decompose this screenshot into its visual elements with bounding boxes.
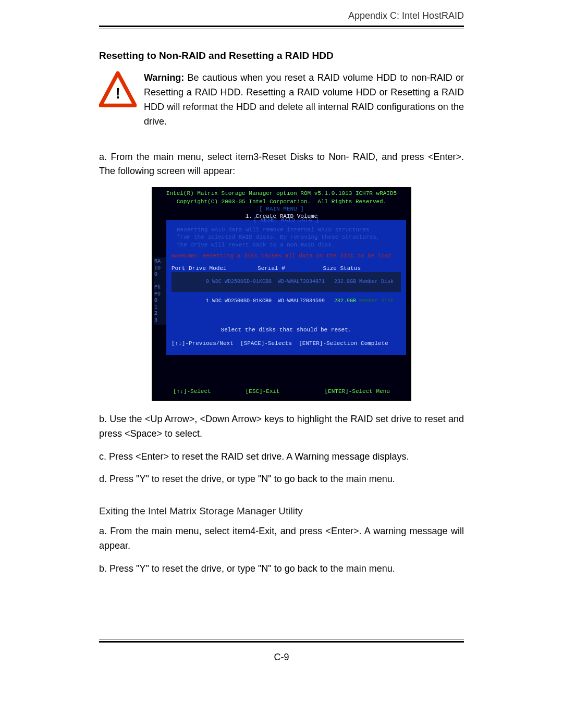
running-head: Appendix C: Intel HostRAID	[99, 10, 464, 24]
exit-step-a: a. From the main menu, select item4-Exit…	[99, 524, 464, 553]
bios-desc-2: from the selected RAID disks. By removin…	[172, 233, 401, 241]
warning-body: Be cautious when you reset a RAID volume…	[144, 72, 464, 127]
warning-triangle-icon: !	[99, 71, 137, 129]
warning-text: Warning: Be cautious when you reset a RA…	[144, 71, 464, 129]
warning-block: ! Warning: Be cautious when you reset a …	[99, 71, 464, 129]
section-title: Resetting to Non-RAID and Resetting a RA…	[99, 50, 464, 61]
bios-title-line1: Intel(R) Matrix Storage Manager option R…	[154, 189, 409, 198]
header-rule-thick	[99, 26, 464, 27]
bios-warning-line: WARNING: Resetting a disk causes all dat…	[172, 249, 401, 263]
bios-reset-panel: RA ID 0 Ph Po 0 1 2 3 [ RESET RAID DATA …	[166, 220, 406, 355]
footer-rule-thick	[99, 641, 464, 643]
bios-dark-spacer	[154, 355, 409, 386]
step-c: c. Press <Enter> to reset the RAID set d…	[99, 450, 464, 464]
bios-row1-size: 232.9GB	[334, 298, 359, 304]
bios-screenshot: Intel(R) Matrix Storage Manager option R…	[152, 187, 411, 400]
bios-select-prompt: Select the disks that should be reset.	[172, 327, 401, 334]
bios-left-strip: RA ID 0 Ph Po 0 1 2 3	[154, 257, 166, 325]
step-d: d. Press "Y" to reset the drive, or type…	[99, 472, 464, 487]
page-number: C-9	[99, 652, 464, 663]
step-a: a. From the main menu, select item3-Rese…	[99, 150, 464, 179]
bios-disk-row-1: 1 WDC WD2500SD-01KCB0 WD-WMAL72034599 23…	[172, 292, 401, 312]
bios-key-hints: [↑↓]-Previous/Next [SPACE]-Selects [ENTE…	[172, 340, 401, 348]
header-rule-thin	[99, 29, 464, 29]
exit-heading: Exiting the Intel Matrix Storage Manager…	[99, 505, 464, 517]
bios-title-line2: Copyright(C) 2003-05 Intel Corporation. …	[154, 198, 409, 206]
bios-row1-status: Member Disk	[359, 298, 394, 304]
svg-text:!: !	[115, 85, 120, 102]
step-b: b. Use the <Up Arrow>, <Down Arrow> keys…	[99, 412, 464, 441]
bios-reset-label: [ RESET RAID DATA ]	[172, 217, 401, 224]
bios-desc-1: Resetting RAID data will remove internal…	[172, 226, 401, 233]
warning-label: Warning:	[144, 72, 184, 83]
bios-row0-text: 0 WDC WD2500SD-01KCB0 WD-WMAL72034971 23…	[203, 279, 394, 285]
bios-desc-3: the drive will revert back to a non-RAID…	[172, 241, 401, 249]
bios-disk-row-0: 0 WDC WD2500SD-01KCB0 WD-WMAL72034971 23…	[172, 272, 401, 292]
bios-row1-main: 1 WDC WD2500SD-01KCB0 WD-WMAL72034599	[203, 298, 334, 304]
bios-column-headers: Port Drive Model Serial # Size Status	[172, 265, 401, 273]
footer-rule-thin	[99, 639, 464, 639]
page: Appendix C: Intel HostRAID Resetting to …	[0, 0, 563, 684]
exit-step-b: b. Press "Y" to reset the drive, or type…	[99, 562, 464, 576]
running-head-text: Appendix C: Intel HostRAID	[348, 10, 464, 21]
bios-main-menu-label: [ MAIN MENU ]	[154, 206, 409, 213]
bios-footer-keys: [↑↓]-Select [ESC]-Exit [ENTER]-Select Me…	[154, 386, 409, 399]
